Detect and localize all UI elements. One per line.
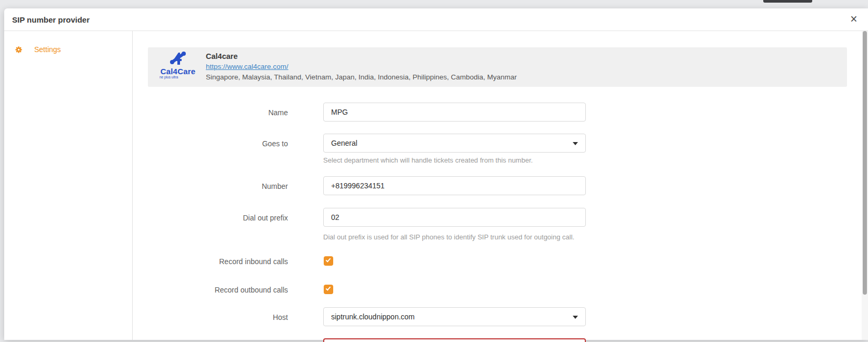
number-input[interactable] [323,176,586,195]
record-inbound-label: Record inbound calls [219,257,288,266]
dial-out-prefix-label: Dial out prefix [243,214,288,222]
chevron-down-icon [573,316,578,319]
check-icon [326,285,331,290]
error-field-input[interactable] [323,338,586,342]
logo-wordmark: Cal4Care [156,67,199,75]
modal-scrollbar [862,31,868,340]
dial-out-prefix-helper: Dial out prefix is used for all SIP phon… [323,233,574,241]
dial-out-prefix-input[interactable] [323,208,586,227]
settings-sidebar: Settings [4,31,133,340]
provider-info: Cal4care https://www.cal4care.com/ Singa… [206,51,517,83]
sidebar-item-label: Settings [34,45,61,54]
goes-to-label: Goes to [262,139,288,148]
page-backdrop: SIP number provider × [0,0,868,342]
cal4care-logo: Cal4Care ne plus ultra [156,49,199,85]
host-label: Host [273,313,288,321]
scrollbar-thumb[interactable] [863,31,867,295]
number-label: Number [262,182,288,190]
check-icon [326,257,331,262]
record-inbound-checkbox[interactable] [324,256,333,266]
name-input[interactable] [323,103,586,122]
goes-to-selected-value: General [331,139,357,147]
browser-notch-bar [763,0,812,3]
phone-4-logo-icon [156,49,199,67]
provider-countries: Singapore, Malaysia, Thailand, Vietnam, … [206,72,517,83]
logo-tagline: ne plus ultra [159,75,199,79]
modal-title: SIP number provider [12,8,89,31]
modal-header: SIP number provider × [4,8,868,31]
gear-icon [15,46,23,54]
close-icon[interactable]: × [846,12,861,27]
record-outbound-label: Record outbound calls [215,286,288,294]
record-outbound-checkbox[interactable] [324,285,333,294]
goes-to-select[interactable]: General [323,134,586,153]
host-select[interactable]: siptrunk.cloudnippon.com [323,307,586,326]
provider-card: Cal4Care ne plus ultra Cal4care https://… [148,47,847,87]
name-label: Name [268,108,288,117]
provider-url-link[interactable]: https://www.cal4care.com/ [206,62,288,72]
provider-name: Cal4care [206,51,517,62]
sidebar-item-settings[interactable]: Settings [15,45,61,54]
host-selected-value: siptrunk.cloudnippon.com [331,313,415,321]
sip-provider-modal: SIP number provider × [4,8,868,340]
chevron-down-icon [573,142,578,145]
goes-to-helper: Select department which will handle tick… [323,156,533,164]
